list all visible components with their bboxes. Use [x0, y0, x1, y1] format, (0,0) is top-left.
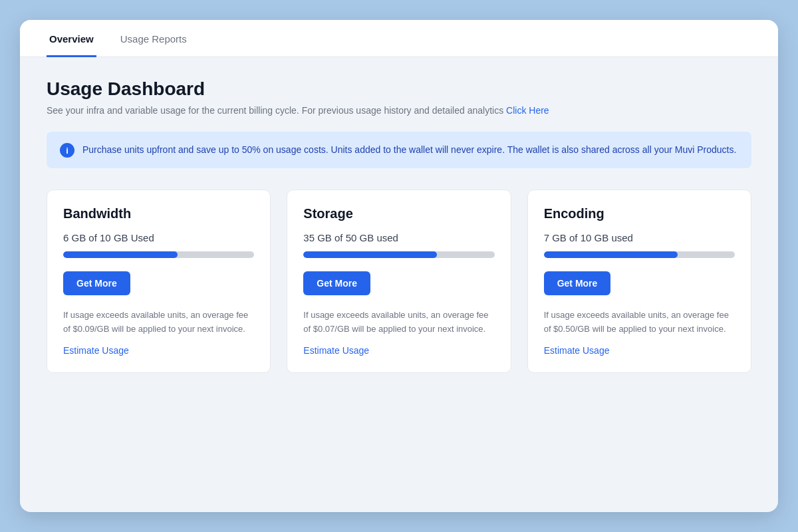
tab-bar: Overview Usage Reports — [20, 20, 778, 57]
storage-card: Storage 35 GB of 50 GB used Get More If … — [287, 190, 511, 373]
storage-usage-text: 35 GB of 50 GB used — [303, 232, 494, 243]
info-icon: i — [60, 143, 74, 158]
encoding-card: Encoding 7 GB of 10 GB used Get More If … — [527, 190, 751, 373]
encoding-card-title: Encoding — [544, 206, 735, 221]
encoding-overage-text: If usage exceeds available units, an ove… — [544, 309, 735, 336]
bandwidth-card-title: Bandwidth — [63, 206, 254, 221]
main-window: Overview Usage Reports Usage Dashboard S… — [20, 20, 778, 512]
encoding-estimate-link[interactable]: Estimate Usage — [544, 345, 610, 356]
bandwidth-progress-fill — [63, 251, 178, 258]
cards-grid: Bandwidth 6 GB of 10 GB Used Get More If… — [47, 190, 751, 373]
storage-progress-track — [303, 251, 494, 258]
storage-overage-text: If usage exceeds available units, an ove… — [303, 309, 494, 336]
encoding-get-more-button[interactable]: Get More — [544, 271, 611, 295]
info-banner-text: Purchase units upfront and save up to 50… — [82, 142, 736, 157]
storage-get-more-button[interactable]: Get More — [303, 271, 370, 295]
page-subtitle: See your infra and variable usage for th… — [47, 105, 751, 116]
encoding-usage-text: 7 GB of 10 GB used — [544, 232, 735, 243]
bandwidth-card: Bandwidth 6 GB of 10 GB Used Get More If… — [47, 190, 271, 373]
bandwidth-estimate-link[interactable]: Estimate Usage — [63, 345, 129, 356]
tab-usage-reports[interactable]: Usage Reports — [118, 23, 190, 57]
bandwidth-usage-text: 6 GB of 10 GB Used — [63, 232, 254, 243]
storage-card-title: Storage — [303, 206, 494, 221]
encoding-progress-track — [544, 251, 735, 258]
info-banner: i Purchase units upfront and save up to … — [47, 132, 751, 168]
bandwidth-overage-text: If usage exceeds available units, an ove… — [63, 309, 254, 336]
storage-progress-fill — [303, 251, 437, 258]
bandwidth-progress-track — [63, 251, 254, 258]
storage-estimate-link[interactable]: Estimate Usage — [303, 345, 369, 356]
encoding-progress-fill — [544, 251, 678, 258]
page-title: Usage Dashboard — [47, 78, 751, 100]
click-here-link[interactable]: Click Here — [506, 105, 549, 116]
tab-overview[interactable]: Overview — [47, 23, 96, 57]
subtitle-text: See your infra and variable usage for th… — [47, 105, 503, 116]
content-area: Usage Dashboard See your infra and varia… — [20, 57, 778, 394]
bandwidth-get-more-button[interactable]: Get More — [63, 271, 130, 295]
